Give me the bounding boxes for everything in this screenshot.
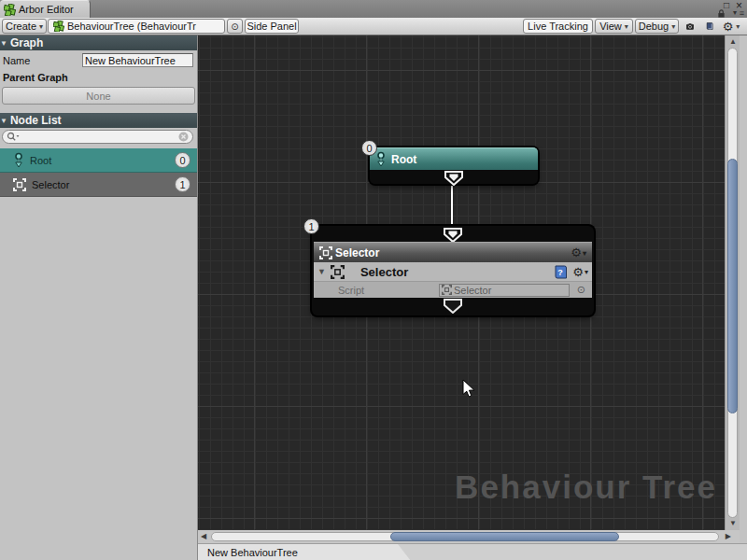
graph-section-header[interactable]: ▼ Graph bbox=[0, 35, 197, 50]
input-port-icon[interactable] bbox=[443, 228, 463, 243]
behaviour-title: Selector bbox=[360, 265, 408, 279]
scroll-down-icon[interactable]: ▼ bbox=[729, 520, 737, 527]
node-badge: 0 bbox=[361, 140, 377, 156]
foldout-arrow-icon: ▼ bbox=[0, 39, 7, 48]
script-field[interactable]: Selector bbox=[439, 284, 570, 297]
horizontal-scroll-thumb[interactable] bbox=[390, 532, 619, 541]
selector-node-title: Selector bbox=[335, 246, 379, 259]
capture-button[interactable] bbox=[682, 19, 698, 34]
selector-node[interactable]: 1 Selector ⚙ ▾ ▼ bbox=[312, 226, 594, 315]
scroll-up-icon[interactable]: ▲ bbox=[729, 38, 737, 46]
gear-icon: ⚙ bbox=[723, 20, 734, 34]
tab-dropdown-icon[interactable]: ▾ bbox=[733, 8, 737, 17]
side-panel-toggle[interactable]: Side Panel bbox=[245, 19, 299, 34]
svg-text:?: ? bbox=[558, 268, 564, 277]
mouse-cursor bbox=[462, 379, 477, 399]
lock-icon[interactable] bbox=[717, 9, 726, 18]
gear-icon[interactable]: ⚙ bbox=[571, 245, 582, 259]
scroll-left-icon[interactable]: ◀ bbox=[201, 533, 206, 540]
debug-button[interactable]: Debug ▾ bbox=[635, 19, 679, 34]
vertical-scrollbar[interactable]: ▲ ▼ bbox=[725, 35, 740, 530]
window-title: Arbor Editor bbox=[19, 4, 74, 15]
node-list-item-label: Root bbox=[30, 155, 51, 166]
parent-graph-field[interactable]: None bbox=[2, 87, 195, 105]
title-bar: Arbor Editor □ × ▾ ≡ bbox=[0, 0, 747, 18]
graph-tab-label: BehaviourTree (BehaviourTr bbox=[67, 21, 196, 32]
breadcrumb-bar: New BehaviourTree bbox=[198, 543, 747, 560]
manual-button[interactable] bbox=[701, 19, 718, 34]
dropdown-arrow-icon: ▾ bbox=[39, 22, 43, 31]
scroll-right-icon[interactable]: ▶ bbox=[726, 533, 731, 540]
create-button[interactable]: Create ▾ bbox=[2, 19, 47, 34]
root-node[interactable]: 0 Root bbox=[370, 147, 538, 184]
side-panel: ▼ Graph Name Parent Graph None ▼ Node Li… bbox=[0, 35, 198, 560]
dropdown-arrow-icon: ▾ bbox=[736, 22, 740, 31]
context-menu-icon[interactable]: ≡ bbox=[740, 8, 744, 18]
root-node-icon bbox=[375, 151, 387, 167]
object-picker-icon: ⊙ bbox=[231, 21, 238, 32]
selector-script-icon bbox=[442, 285, 452, 295]
script-row: Script Selector ⊙ bbox=[314, 281, 592, 298]
object-picker-icon[interactable]: ⊙ bbox=[577, 284, 585, 296]
node-id-badge: 0 bbox=[175, 152, 190, 168]
vertical-scroll-thumb[interactable] bbox=[727, 159, 738, 413]
settings-button[interactable]: ⚙ ▾ bbox=[720, 19, 742, 34]
arbor-graph-icon bbox=[53, 21, 64, 32]
select-graph-asset-button[interactable]: ⊙ bbox=[227, 19, 243, 34]
window-tab-arbor-editor[interactable]: Arbor Editor bbox=[0, 0, 91, 18]
arbor-editor-window: Arbor Editor □ × ▾ ≡ Create ▾ Behavi bbox=[0, 0, 747, 560]
view-button[interactable]: View ▾ bbox=[595, 19, 633, 34]
dropdown-arrow-icon: ▾ bbox=[583, 249, 586, 258]
node-list-search[interactable] bbox=[2, 130, 193, 144]
script-value: Selector bbox=[454, 285, 491, 296]
horizontal-scrollbar[interactable]: ◀ ▶ bbox=[198, 530, 740, 543]
graph-tab-toggle[interactable]: BehaviourTree (BehaviourTr bbox=[48, 19, 225, 34]
gear-icon[interactable]: ⚙ bbox=[572, 265, 584, 279]
foldout-arrow-icon[interactable]: ▼ bbox=[317, 267, 326, 276]
node-list-item-label: Selector bbox=[32, 179, 69, 190]
search-input[interactable] bbox=[20, 131, 178, 144]
selector-node-icon bbox=[13, 178, 26, 191]
dropdown-arrow-icon: ▾ bbox=[671, 22, 675, 31]
graph-type-watermark: Behaviour Tree bbox=[455, 469, 717, 506]
script-label: Script bbox=[338, 285, 364, 296]
parent-graph-label: Parent Graph bbox=[3, 72, 68, 83]
behaviour-header-row[interactable]: ▼ Selector ? ⚙ ▾ bbox=[314, 262, 592, 281]
search-clear-icon[interactable] bbox=[178, 132, 189, 142]
right-edge-strip bbox=[740, 35, 747, 530]
graph-canvas[interactable]: Behaviour Tree 0 Root bbox=[198, 35, 725, 530]
selector-node-header[interactable]: Selector ⚙ ▾ bbox=[314, 242, 592, 262]
node-list-item-root[interactable]: Root 0 bbox=[0, 148, 197, 173]
graph-name-input[interactable] bbox=[82, 53, 193, 67]
node-badge: 1 bbox=[303, 218, 319, 234]
selector-behaviour-icon bbox=[331, 265, 345, 279]
output-port-icon[interactable] bbox=[444, 171, 464, 186]
behaviour-section: ▼ Selector ? ⚙ ▾ Script bbox=[314, 262, 592, 298]
breadcrumb-item[interactable]: New BehaviourTree bbox=[198, 544, 411, 560]
dropdown-arrow-icon: ▾ bbox=[625, 22, 628, 31]
arbor-logo-icon bbox=[4, 4, 16, 16]
name-label: Name bbox=[3, 55, 30, 66]
node-id-badge: 1 bbox=[175, 176, 190, 192]
search-icon bbox=[7, 132, 20, 142]
root-node-body bbox=[370, 170, 538, 184]
dropdown-arrow-icon: ▾ bbox=[585, 268, 588, 276]
help-book-icon[interactable]: ? bbox=[554, 265, 568, 279]
camera-icon bbox=[686, 21, 694, 33]
root-node-title: Root bbox=[391, 153, 416, 166]
toolbar: Create ▾ BehaviourTree (BehaviourTr ⊙ Si… bbox=[0, 18, 747, 35]
live-tracking-toggle[interactable]: Live Tracking bbox=[523, 19, 593, 34]
node-list-section-header[interactable]: ▼ Node List bbox=[0, 113, 197, 128]
node-list-item-selector[interactable]: Selector 1 bbox=[0, 173, 197, 197]
root-node-header[interactable]: Root bbox=[370, 147, 538, 170]
output-port-outline-icon[interactable] bbox=[443, 299, 463, 314]
root-node-icon bbox=[13, 152, 24, 168]
selector-node-icon bbox=[319, 246, 332, 259]
book-icon bbox=[706, 20, 713, 33]
foldout-arrow-icon: ▼ bbox=[0, 117, 7, 125]
